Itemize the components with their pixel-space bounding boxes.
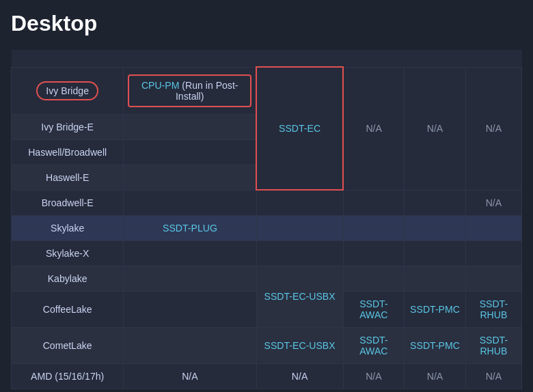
platform-cell: Ivy Bridge-E	[12, 114, 124, 139]
nvram-cell: N/A	[405, 363, 466, 389]
cpu-cell: SSDT-PLUG	[124, 215, 256, 240]
usb-cell: SSDT-RHUB	[465, 327, 521, 363]
highlighted-platform-label: Ivy Bridge	[36, 81, 98, 100]
cpu-cell	[124, 114, 256, 139]
ec-cell	[256, 240, 343, 266]
awac-cell: SSDT-AWAC	[343, 327, 405, 363]
awac-cell	[343, 266, 405, 291]
nvram-cell: N/A	[405, 67, 466, 190]
usb-cell	[465, 240, 521, 266]
cpu-cell: N/A	[124, 363, 256, 389]
awac-cell	[343, 240, 405, 266]
awac-cell: N/A	[343, 67, 405, 190]
cpu-cell: CPU-PM (Run in Post-Install)	[124, 67, 256, 114]
ec-cell	[256, 190, 343, 215]
header-cpu	[124, 50, 256, 67]
awac-cell: SSDT-AWAC	[343, 291, 405, 327]
platform-cell: CoffeeLake	[12, 291, 124, 327]
platform-cell: Broadwell-E	[12, 190, 124, 215]
ec-cell	[256, 215, 343, 240]
platform-cell: Haswell/Broadwell	[12, 139, 124, 165]
platform-cell: AMD (15/16/17h)	[12, 363, 124, 389]
ec-cell: SSDT-EC-USBX	[256, 266, 343, 327]
table-row: Broadwell-EN/A	[12, 190, 522, 215]
usb-cell: N/A	[465, 67, 521, 190]
awac-cell	[343, 215, 405, 240]
usb-cell	[465, 215, 521, 240]
usb-cell: N/A	[465, 190, 521, 215]
cpu-cell	[124, 327, 256, 363]
platform-table: Ivy BridgeCPU-PM (Run in Post-Install)SS…	[11, 50, 522, 389]
cpu-cell	[124, 240, 256, 266]
awac-cell	[343, 190, 405, 215]
table-row: CometLakeSSDT-EC-USBXSSDT-AWACSSDT-PMCSS…	[12, 327, 522, 363]
header-usb	[465, 50, 521, 67]
platform-cell: Kabylake	[12, 266, 124, 291]
cpu-cell	[124, 266, 256, 291]
cpu-cell	[124, 165, 256, 190]
ec-cell: SSDT-EC	[256, 67, 343, 190]
platform-cell: Skylake-X	[12, 240, 124, 266]
platform-cell: Skylake	[12, 215, 124, 240]
header-awac	[343, 50, 405, 67]
cpu-cell	[124, 291, 256, 327]
nvram-cell	[405, 240, 466, 266]
nvram-cell	[405, 215, 466, 240]
nvram-cell	[405, 190, 466, 215]
usb-cell: SSDT-RHUB	[465, 291, 521, 327]
table-row: Ivy BridgeCPU-PM (Run in Post-Install)SS…	[12, 67, 522, 114]
nvram-cell: SSDT-PMC	[405, 291, 466, 327]
awac-cell: N/A	[343, 363, 405, 389]
platform-cell: Haswell-E	[12, 165, 124, 190]
usb-cell: N/A	[465, 363, 521, 389]
cpu-cell	[124, 139, 256, 165]
header-ec	[256, 50, 343, 67]
platform-cell: Ivy Bridge	[12, 67, 124, 114]
ec-cell: N/A	[256, 363, 343, 389]
table-row: AMD (15/16/17h)N/AN/AN/AN/AN/A	[12, 363, 522, 389]
nvram-cell: SSDT-PMC	[405, 327, 466, 363]
cpu-cell	[124, 190, 256, 215]
table-row: SkylakeSSDT-PLUG	[12, 215, 522, 240]
table-row: Skylake-X	[12, 240, 522, 266]
nvram-cell	[405, 266, 466, 291]
header-platforms	[12, 50, 124, 67]
ec-cell: SSDT-EC-USBX	[256, 327, 343, 363]
platform-cell: CometLake	[12, 327, 124, 363]
header-nvram	[405, 50, 466, 67]
table-row: KabylakeSSDT-EC-USBX	[12, 266, 522, 291]
usb-cell	[465, 266, 521, 291]
page-title: Desktop	[11, 11, 522, 36]
